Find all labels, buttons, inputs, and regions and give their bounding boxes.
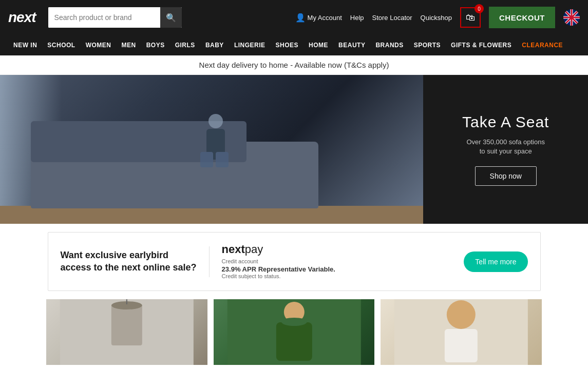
product-card-boys[interactable] (381, 299, 542, 365)
svg-rect-23 (276, 322, 312, 361)
basket-button[interactable]: 🛍 0 (460, 7, 481, 28)
promo-banner: Next day delivery to home - Available no… (0, 55, 588, 75)
nav-girls[interactable]: GIRLS (170, 35, 200, 55)
nextpay-info: nextpay Credit account 23.9% APR Represe… (222, 243, 452, 280)
nav-home[interactable]: HOME (304, 35, 333, 55)
nextpay-banner: Want exclusive earlybirdaccess to the ne… (48, 232, 541, 291)
main-nav: NEW IN SCHOOL WOMEN MEN BOYS GIRLS BABY … (0, 35, 588, 55)
svg-point-9 (208, 114, 223, 128)
product-card-lighting[interactable] (46, 299, 207, 365)
floor (0, 206, 441, 224)
svg-rect-18 (111, 304, 142, 345)
tell-me-more-button[interactable]: Tell me more (464, 251, 527, 272)
svg-point-24 (281, 318, 307, 326)
svg-rect-27 (445, 329, 478, 362)
sofa-chaise (200, 167, 313, 208)
nav-women[interactable]: WOMEN (81, 35, 117, 55)
nextpay-heading: Want exclusive earlybirdaccess to the ne… (61, 249, 197, 274)
account-icon: 👤 (295, 13, 306, 23)
quickshop-link[interactable]: Quickshop (421, 14, 452, 22)
svg-point-26 (447, 300, 476, 329)
nav-lingerie[interactable]: LINGERIE (229, 35, 271, 55)
site-header: next 🔍 👤 My Account Help Store Locator Q… (0, 0, 588, 35)
help-link[interactable]: Help (350, 14, 364, 22)
nextpay-divider (209, 246, 210, 277)
nav-clearance[interactable]: CLEARANCE (517, 35, 568, 55)
nav-shoes[interactable]: SHOES (271, 35, 304, 55)
checkout-button[interactable]: CHECKOUT (489, 7, 555, 28)
nav-boys[interactable]: BOYS (141, 35, 170, 55)
nav-men[interactable]: MEN (117, 35, 141, 55)
hero-image (0, 75, 441, 224)
product-card-women[interactable] (214, 299, 375, 365)
shop-now-button[interactable]: Shop now (475, 166, 537, 186)
search-icon: 🔍 (166, 13, 176, 23)
nextpay-heading-area: Want exclusive earlybirdaccess to the ne… (61, 249, 197, 274)
nav-beauty[interactable]: BEAUTY (333, 35, 370, 55)
nav-school[interactable]: SCHOOL (42, 35, 80, 55)
svg-rect-11 (200, 152, 213, 167)
promo-text: Next day delivery to home - Available no… (199, 61, 389, 69)
nav-baby[interactable]: BABY (200, 35, 229, 55)
store-locator-label: Store Locator (372, 14, 412, 22)
nav-sports[interactable]: SPORTS (409, 35, 446, 55)
hero-section: Take A Seat Over 350,000 sofa optionsto … (0, 75, 588, 224)
basket-count: 0 (475, 4, 484, 13)
my-account-link[interactable]: 👤 My Account (295, 13, 342, 23)
store-locator-link[interactable]: Store Locator (372, 14, 412, 22)
quickshop-label: Quickshop (421, 14, 452, 22)
nav-new-in[interactable]: NEW IN (8, 35, 42, 55)
basket-icon: 🛍 (466, 12, 475, 23)
person-silhouette (195, 111, 236, 172)
product-grid (0, 299, 588, 368)
nav-gifts-flowers[interactable]: GIFTS & FLOWERS (446, 35, 517, 55)
svg-rect-12 (216, 152, 229, 167)
nextpay-logo: nextpay (222, 243, 452, 256)
site-logo[interactable]: next (8, 9, 36, 26)
nextpay-small-print: Credit subject to status. (222, 273, 452, 279)
help-label: Help (350, 14, 364, 22)
hero-title: Take A Seat (462, 113, 549, 131)
hero-text-panel: Take A Seat Over 350,000 sofa optionsto … (423, 75, 588, 224)
header-links: 👤 My Account Help Store Locator Quicksho… (295, 7, 580, 28)
my-account-label: My Account (308, 14, 342, 22)
search-input[interactable] (48, 7, 160, 28)
hero-subtitle: Over 350,000 sofa optionsto suit your sp… (466, 138, 545, 156)
nav-brands[interactable]: BRANDS (370, 35, 408, 55)
sofa-scene (0, 75, 441, 224)
nextpay-apr: 23.9% APR Representative Variable. (222, 265, 452, 273)
search-button[interactable]: 🔍 (160, 7, 182, 28)
country-selector[interactable] (563, 9, 580, 26)
nextpay-credit-label: Credit account (222, 258, 452, 264)
search-bar: 🔍 (48, 7, 182, 28)
